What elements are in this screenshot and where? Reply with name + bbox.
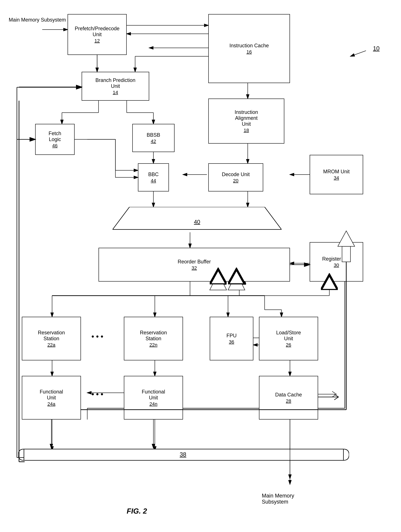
branch-prediction-label: Branch PredictionUnit xyxy=(95,77,135,89)
reorder-buffer-box: Reorder Buffer 32 xyxy=(99,248,290,282)
reservation-station-n-label: ReservationStation xyxy=(140,330,167,342)
reservation-station-a-ref: 22a xyxy=(47,342,56,348)
load-store-label: Load/StoreUnit xyxy=(276,330,301,342)
bbc-label: BBC xyxy=(148,171,159,177)
diagram: Main Memory Subsystem 10 Prefetch/Predec… xyxy=(0,0,401,532)
bbsb-box: BBSB 42 xyxy=(132,124,175,152)
instruction-cache-label: Instruction Cache xyxy=(229,43,269,49)
branch-prediction-box: Branch PredictionUnit 14 xyxy=(82,72,149,101)
bbc-box: BBC 44 xyxy=(138,163,169,191)
instruction-alignment-label: InstructionAlignmentUnit xyxy=(235,109,258,127)
functional-unit-n-box: FunctionalUnit 24n xyxy=(124,376,183,419)
fetch-logic-ref: 46 xyxy=(52,143,57,148)
decode-unit-ref: 20 xyxy=(233,178,238,184)
mrom-unit-label: MROM Unit xyxy=(323,169,350,175)
fpu-ref: 36 xyxy=(229,339,234,345)
bus-38-shape: 38 xyxy=(18,448,349,465)
ref-10: 10 xyxy=(373,45,380,52)
reservation-station-n-ref: 22n xyxy=(150,342,157,348)
bbsb-ref: 42 xyxy=(151,139,156,144)
prefetch-ref: 12 xyxy=(94,38,100,44)
svg-marker-70 xyxy=(228,282,245,290)
register-file-ref: 30 xyxy=(334,262,339,268)
prefetch-label: Prefetch/PredecodeUnit xyxy=(75,26,119,38)
fig-label: FIG. 2 xyxy=(127,507,147,515)
register-file-box: Register File 30 xyxy=(310,242,363,282)
fpu-label: FPU xyxy=(226,333,237,339)
register-file-label: Register File xyxy=(322,256,351,262)
load-store-box: Load/StoreUnit 26 xyxy=(259,317,318,360)
functional-unit-a-box: FunctionalUnit 24a xyxy=(22,376,81,419)
bbsb-label: BBSB xyxy=(147,132,160,138)
dots-2: • • • xyxy=(92,390,103,399)
decode-unit-box: Decode Unit 20 xyxy=(208,163,263,191)
branch-prediction-ref: 14 xyxy=(113,90,118,95)
mrom-unit-box: MROM Unit 34 xyxy=(310,155,363,194)
fetch-logic-box: FetchLogic 46 xyxy=(35,124,75,155)
svg-marker-68 xyxy=(210,282,227,290)
data-cache-label: Data Cache xyxy=(275,392,302,398)
reorder-buffer-ref: 32 xyxy=(192,265,197,271)
instruction-alignment-ref: 18 xyxy=(244,127,249,133)
data-cache-box: Data Cache 28 xyxy=(259,376,318,419)
instruction-alignment-box: InstructionAlignmentUnit 18 xyxy=(208,99,284,144)
functional-unit-a-label: FunctionalUnit xyxy=(40,389,63,401)
functional-unit-n-ref: 24n xyxy=(150,401,157,407)
mrom-unit-ref: 34 xyxy=(334,175,339,181)
functional-unit-n-label: FunctionalUnit xyxy=(142,389,165,401)
fpu-box: FPU 36 xyxy=(210,317,253,360)
bbc-ref: 44 xyxy=(151,178,156,184)
main-memory-bottom-label: Main MemorySubsystem xyxy=(262,493,294,505)
instruction-cache-ref: 16 xyxy=(246,49,252,55)
svg-text:38: 38 xyxy=(180,451,186,458)
bus-40-shape: 40 xyxy=(113,207,282,235)
svg-marker-59 xyxy=(113,207,282,229)
dots-1: • • • xyxy=(92,332,103,341)
main-memory-top-label: Main Memory Subsystem xyxy=(9,17,66,23)
load-store-ref: 26 xyxy=(286,342,291,348)
data-cache-ref: 28 xyxy=(286,398,291,404)
svg-text:40: 40 xyxy=(194,219,200,225)
reservation-station-a-label: ReservationStation xyxy=(38,330,65,342)
reorder-buffer-label: Reorder Buffer xyxy=(178,259,211,265)
prefetch-predecode-box: Prefetch/PredecodeUnit 12 xyxy=(68,14,127,55)
decode-unit-label: Decode Unit xyxy=(222,171,250,177)
reservation-station-a-box: ReservationStation 22a xyxy=(22,317,81,360)
fetch-logic-label: FetchLogic xyxy=(49,131,61,142)
instruction-cache-box: Instruction Cache 16 xyxy=(208,14,290,83)
reservation-station-n-box: ReservationStation 22n xyxy=(124,317,183,360)
functional-unit-a-ref: 24a xyxy=(47,401,56,407)
svg-line-63 xyxy=(351,51,366,56)
